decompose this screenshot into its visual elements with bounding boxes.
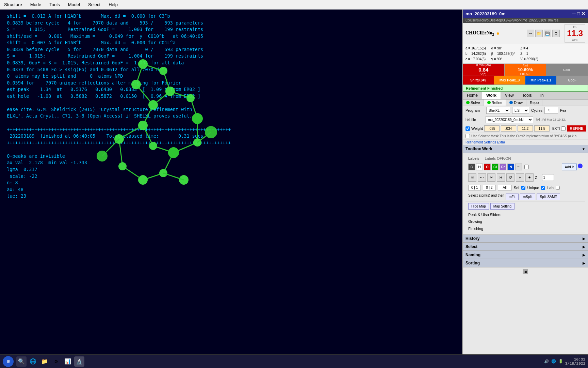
map-row: Hide Map Map Setting: [466, 202, 585, 211]
map-settings-btn[interactable]: Map Setting: [490, 203, 514, 210]
cycles-input[interactable]: [544, 107, 558, 114]
pencil-icon[interactable]: ✏: [527, 30, 534, 37]
settings-icon[interactable]: ⚙: [552, 30, 560, 37]
subtab-draw[interactable]: Draw: [506, 99, 526, 106]
menu-structure[interactable]: Structure: [3, 1, 23, 8]
finishing-row[interactable]: Finishing: [466, 225, 585, 232]
atom-btn-H[interactable]: H: [476, 164, 483, 170]
menu-select[interactable]: Select: [87, 1, 102, 8]
tool-star-icon[interactable]: ✦: [525, 173, 534, 182]
tab-view[interactable]: View: [501, 92, 518, 99]
folder-icon[interactable]: 📁: [535, 30, 543, 37]
all-btn[interactable]: All: [498, 185, 512, 190]
hkl-select[interactable]: mo_202203189_0m.hkl: [486, 116, 533, 123]
minimize-btn[interactable]: ─ □ ✕: [572, 11, 585, 16]
exti-checkbox[interactable]: [561, 126, 566, 131]
naming-arrow: ▶: [583, 253, 585, 257]
atom-btn-Er[interactable]: Er: [500, 164, 506, 170]
min-peak-cell: Min Peak -1.1: [525, 76, 557, 85]
status-dot: ●: [496, 30, 500, 36]
labels-label: Labels: [468, 156, 479, 160]
terminal-panel: shift = 0.013 A for H1AB^b Max. dU = 0.0…: [0, 10, 462, 354]
header-icon-group: ✏ 📁 💾 ⚙: [527, 30, 560, 37]
solvent-mask-row: Use Solvent Mask This is the Olex2 imple…: [463, 133, 588, 140]
menu-tools[interactable]: Tools: [48, 1, 61, 8]
clock: 10:32 3/18/2022: [565, 357, 585, 366]
solvent-checkbox[interactable]: [466, 134, 470, 138]
tool-plus-icon[interactable]: +: [516, 173, 524, 182]
taskbar-olex[interactable]: 🔬: [74, 356, 84, 367]
select-header[interactable]: Select ▶: [463, 243, 588, 251]
split-same-btn[interactable]: Split SAME: [537, 194, 560, 200]
refinement-finished-banner: Refinement Finished: [463, 85, 588, 92]
full-label: Full 50.: [520, 72, 530, 76]
taskbar-app1[interactable]: 📊: [63, 356, 73, 367]
nav-tabs: Home Work View Tools In: [463, 92, 588, 99]
atom-btn-O[interactable]: O: [484, 164, 491, 170]
menu-help[interactable]: Help: [107, 1, 119, 8]
tool-cycle-icon[interactable]: ↺: [506, 173, 514, 182]
naming-header[interactable]: Naming ▶: [463, 251, 588, 259]
taskbar-search[interactable]: 🔍: [16, 356, 27, 367]
z-label: Z=: [535, 175, 539, 180]
tool-atoms-icon[interactable]: ⚛: [468, 173, 476, 182]
z-value-input[interactable]: [542, 174, 554, 181]
weight-label: Weight: [471, 126, 483, 131]
msplit-btn[interactable]: mSplit: [520, 194, 536, 200]
weight-input-3[interactable]: [518, 125, 533, 132]
menu-model[interactable]: Model: [67, 1, 81, 8]
atom-checkbox[interactable]: [524, 164, 529, 170]
taskbar-settings[interactable]: ⚙: [51, 356, 61, 367]
labels-row: Labels Labels OFF/ON: [466, 155, 585, 162]
subtab-solve[interactable]: Solve: [463, 99, 484, 106]
refine-button[interactable]: REFINE: [567, 125, 586, 132]
ls-select[interactable]: L.S.: [512, 107, 529, 114]
atom-btn-more[interactable]: ···: [515, 164, 522, 170]
sel-checkbox[interactable]: [521, 186, 525, 190]
tool-scissors-icon[interactable]: ✂: [487, 173, 495, 182]
sorting-header[interactable]: Sorting ▶: [463, 259, 588, 267]
start-button[interactable]: ⊞: [3, 356, 14, 367]
part-row: 0 | 1 0 | 2 All Sel Unique Lab: [466, 183, 585, 192]
atom-btn-N[interactable]: N: [507, 164, 514, 170]
hkl-label: hkl file: [466, 118, 484, 122]
tab-home[interactable]: Home: [463, 92, 482, 99]
lab-checkbox[interactable]: [556, 186, 560, 190]
taskbar-explorer[interactable]: 📁: [39, 356, 50, 367]
part-0-1-btn[interactable]: 0 | 1: [468, 185, 481, 190]
subtab-repo[interactable]: Repo: [526, 99, 542, 106]
sorting-arrow: ▶: [583, 261, 585, 265]
weight-checkbox[interactable]: [466, 126, 470, 131]
mfit-btn[interactable]: mFit: [506, 194, 518, 200]
history-header[interactable]: History ▶: [463, 235, 588, 243]
labels-value: Labels OFF/ON: [485, 156, 511, 160]
peaks-sliders-row[interactable]: Peak & Uiso Sliders: [466, 211, 585, 218]
refine-settings-link[interactable]: Refinement Settings Extra: [463, 140, 588, 145]
tool-bond-icon[interactable]: ⋯: [478, 173, 486, 182]
save-icon[interactable]: 💾: [544, 30, 551, 37]
taskbar: ⊞ 🔍 🌐 📁 ⚙ 📊 🔬 🔊 🌐 🔋 10:32 3/18/2022: [0, 354, 588, 368]
toolbox-header[interactable]: Toolbox Work ▼: [463, 145, 588, 153]
weight-input-1[interactable]: [484, 125, 500, 132]
weight-input-4[interactable]: [534, 125, 550, 132]
scroll-up-arrow[interactable]: ◀: [523, 269, 528, 274]
lab-label: Lab: [547, 186, 553, 190]
tab-work[interactable]: Work: [482, 92, 501, 99]
subtab-refine[interactable]: Refine: [484, 99, 506, 106]
atom-btn-C[interactable]: C: [468, 164, 475, 170]
tab-in[interactable]: In: [536, 92, 548, 99]
tab-tools[interactable]: Tools: [518, 92, 536, 99]
menu-mode[interactable]: Mode: [29, 1, 43, 8]
tool-h-icon[interactable]: H: [497, 173, 505, 182]
peaks-label: Peak & Uiso Sliders: [468, 213, 501, 217]
taskbar-chrome[interactable]: 🌐: [28, 356, 38, 367]
program-select[interactable]: ShelXL: [486, 107, 510, 114]
atom-btn-Cl[interactable]: Cl: [492, 164, 499, 170]
hide-map-btn[interactable]: Hide Map: [468, 203, 489, 210]
unique-checkbox[interactable]: [541, 186, 545, 190]
add-it-button[interactable]: Add It: [562, 164, 577, 170]
filepath-label: C:\Users\Tokyo\Desktop\3.9-w-9work\mo_20…: [463, 18, 588, 23]
growing-row[interactable]: Growing: [466, 218, 585, 225]
weight-input-2[interactable]: [501, 125, 516, 132]
part-0-2-btn[interactable]: 0 | 2: [483, 185, 495, 190]
